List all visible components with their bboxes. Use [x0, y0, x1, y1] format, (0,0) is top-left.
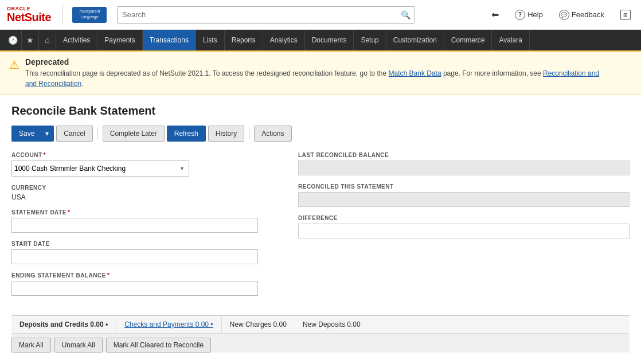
deprecated-text-2: page. For more information, see [441, 69, 543, 77]
help-label: Help [527, 10, 543, 19]
save-button[interactable]: Save [11, 126, 41, 142]
currency-label: CURRENCY [11, 185, 275, 191]
header: ORACLE NetSuite Transparent Language 🔍 ⬅… [0, 0, 641, 30]
nav-avalara[interactable]: Avalara [492, 30, 529, 50]
statement-date-required: * [68, 209, 70, 216]
deprecated-banner: ⚠ Deprecated This reconciliation page is… [0, 50, 641, 95]
ending-balance-input[interactable] [11, 281, 258, 296]
header-actions: ⬅ ? Help 💬 Feedback ⊞ [488, 7, 634, 22]
help-icon: ? [515, 10, 525, 20]
checks-tab-label: Checks and Payments 0.00 • [124, 320, 213, 328]
svg-text:Transparent: Transparent [79, 9, 101, 14]
help-btn[interactable]: ? Help [511, 7, 546, 22]
feedback-btn[interactable]: 💬 Feedback [556, 7, 608, 22]
difference-field-group: DIFFERENCE [298, 215, 630, 238]
reconciled-stmt-input: 0.00 [298, 192, 630, 207]
reconciled-stmt-label: RECONCILED THIS STATEMENT [298, 183, 630, 190]
nav-lists[interactable]: Lists [196, 30, 225, 50]
account-select[interactable]: 1000 Cash Strmmler Bank Checking [11, 161, 189, 177]
dropdown-arrow-icon: ▾ [45, 130, 49, 138]
nav-setup[interactable]: Setup [354, 30, 386, 50]
nav-commerce[interactable]: Commerce [444, 30, 493, 50]
search-icon[interactable]: 🔍 [401, 10, 411, 19]
deprecated-text-3: . [81, 80, 83, 88]
tab-new-deposits[interactable]: New Deposits 0.00 [295, 316, 369, 333]
warning-icon: ⚠ [9, 58, 19, 72]
mark-all-cleared-button[interactable]: Mark All Cleared to Reconcile [106, 338, 211, 353]
deprecated-text: This reconciliation page is deprecated a… [25, 68, 599, 89]
difference-input [298, 224, 630, 238]
nav-reports[interactable]: Reports [225, 30, 263, 50]
start-date-field-group: START DATE [11, 241, 275, 264]
deprecated-content: Deprecated This reconciliation page is d… [25, 57, 599, 89]
form-right: LAST RECONCILED BALANCE 4,799.01 RECONCI… [298, 152, 630, 304]
bottom-action-bar: Mark All Unmark All Mark All Cleared to … [11, 334, 630, 353]
logo-divider [62, 5, 63, 25]
toolbar: Save ▾ Cancel Complete Later Refresh His… [11, 126, 630, 142]
statement-date-label: STATEMENT DATE* [11, 209, 275, 216]
last-reconciled-label: LAST RECONCILED BALANCE [298, 152, 630, 158]
last-reconciled-field-group: LAST RECONCILED BALANCE 4,799.01 [298, 152, 630, 175]
mark-all-button[interactable]: Mark All [11, 338, 51, 353]
svg-text:Language: Language [81, 15, 99, 19]
account-field-group: ACCOUNT* 1000 Cash Strmmler Bank Checkin… [11, 152, 275, 177]
tab-new-charges[interactable]: New Charges 0.00 [222, 316, 295, 333]
deprecated-text-1: This reconciliation page is deprecated a… [25, 69, 389, 77]
tab-deposits[interactable]: Deposits and Credits 0.00 • [11, 316, 116, 333]
reconciled-stmt-field-group: RECONCILED THIS STATEMENT 0.00 [298, 183, 630, 207]
nav-star-icon[interactable]: ★ [22, 30, 39, 50]
history-button[interactable]: History [208, 126, 244, 142]
apps-btn[interactable]: ⊞ [617, 7, 634, 22]
feedback-label: Feedback [572, 10, 604, 19]
difference-label: DIFFERENCE [298, 215, 630, 221]
search-bar: 🔍 [117, 6, 415, 24]
navbar: 🕐 ★ ⌂ Activities Payments Transactions L… [0, 30, 641, 50]
nav-clock-icon[interactable]: 🕐 [5, 30, 22, 50]
save-dropdown-button[interactable]: ▾ [41, 126, 54, 142]
currency-value: USA [11, 193, 275, 201]
nav-home-icon[interactable]: ⌂ [39, 30, 56, 50]
form-left: ACCOUNT* 1000 Cash Strmmler Bank Checkin… [11, 152, 275, 304]
statement-date-field-group: STATEMENT DATE* 4/30/2024 [11, 209, 275, 233]
cancel-button[interactable]: Cancel [56, 126, 92, 142]
page-title: Reconcile Bank Statement [11, 104, 630, 118]
account-select-wrapper: 1000 Cash Strmmler Bank Checking [11, 161, 189, 177]
toolbar-separator-1 [97, 128, 98, 139]
nav-documents[interactable]: Documents [305, 30, 354, 50]
actions-button[interactable]: Actions [254, 126, 291, 142]
match-bank-data-link[interactable]: Match Bank Data [389, 69, 441, 77]
search-input[interactable] [117, 6, 415, 24]
currency-field-group: CURRENCY USA [11, 185, 275, 201]
complete-later-button[interactable]: Complete Later [103, 126, 165, 142]
refresh-button[interactable]: Refresh [167, 126, 206, 142]
nav-payments[interactable]: Payments [97, 30, 142, 50]
nav-activities[interactable]: Activities [56, 30, 97, 50]
apps-icon: ⊞ [620, 10, 631, 20]
save-group: Save ▾ [11, 126, 54, 142]
ending-balance-required: * [107, 272, 110, 279]
deposits-tab-label: Deposits and Credits 0.00 • [19, 320, 108, 328]
last-reconciled-input: 4,799.01 [298, 161, 630, 175]
start-date-label: START DATE [11, 241, 275, 247]
history-icon: ⬅ [491, 9, 499, 20]
main-content: Reconcile Bank Statement Save ▾ Cancel C… [0, 95, 641, 362]
feedback-icon: 💬 [559, 10, 569, 20]
tl-logo-text: Transparent Language [74, 7, 105, 22]
account-required: * [44, 152, 46, 158]
nav-transactions[interactable]: Transactions [143, 30, 196, 50]
nav-customization[interactable]: Customization [386, 30, 444, 50]
history-btn[interactable]: ⬅ [488, 7, 502, 22]
ending-balance-field-group: ENDING STATEMENT BALANCE* [11, 272, 275, 296]
transparent-language-logo: Transparent Language [72, 7, 107, 23]
nav-analytics[interactable]: Analytics [263, 30, 305, 50]
new-charges-label: New Charges 0.00 [230, 320, 287, 328]
deprecated-title: Deprecated [25, 57, 599, 66]
tab-checks[interactable]: Checks and Payments 0.00 • [116, 316, 221, 333]
unmark-all-button[interactable]: Unmark All [54, 338, 103, 353]
tabs-row: Deposits and Credits 0.00 • Checks and P… [11, 316, 630, 334]
oracle-logo: ORACLE NetSuite [7, 6, 51, 23]
ending-balance-label: ENDING STATEMENT BALANCE* [11, 272, 275, 279]
statement-date-input[interactable]: 4/30/2024 [11, 218, 258, 233]
toolbar-separator-2 [249, 128, 249, 139]
start-date-input[interactable] [11, 249, 258, 264]
